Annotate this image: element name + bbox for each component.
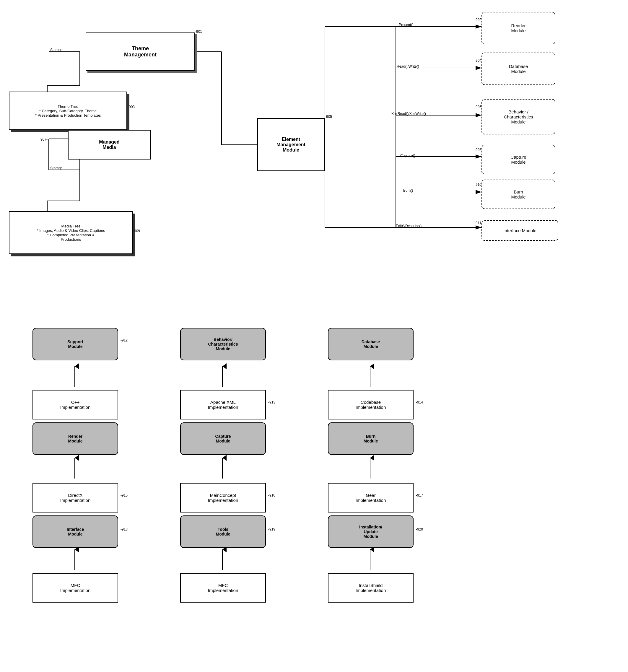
tools-shaded-label: Tools Module <box>216 527 231 536</box>
database-shaded-label: Database Module <box>362 339 380 349</box>
xmlreadwrite-label: XmlRead()/XmlWrite() <box>391 112 426 116</box>
ref-920: -920 <box>416 527 423 531</box>
capture-shaded: Capture Module <box>180 423 266 455</box>
storage-label-2: Storage <box>50 166 63 170</box>
capture-label: Capture() <box>400 153 415 158</box>
directx-impl-label: DirectX Implementation <box>60 493 91 503</box>
ref-905: -905 <box>325 115 332 119</box>
gear-impl-box: Gear Implementation <box>328 483 414 512</box>
interface-shaded: Interface Module <box>32 515 118 548</box>
mfc-impl-1-box: MFC Implementation <box>32 573 118 603</box>
codebase-impl-label: Codebase Implementation <box>356 400 386 410</box>
media-tree-box: Media Tree * Images, Audio & Video Clips… <box>9 211 133 254</box>
storage-text-1: Storage <box>50 48 63 52</box>
ref-915: -915 <box>121 493 128 498</box>
support-module-shaded: Support Module <box>32 328 118 360</box>
interface-module-box: Interface Module <box>482 220 558 241</box>
gear-impl-label: Gear Implementation <box>356 493 386 503</box>
ref-912: -912 <box>121 338 128 342</box>
database-module-label: DatabaseModule <box>509 64 528 74</box>
render-module-label: RenderModule <box>511 23 526 33</box>
theme-tree-box: Theme Tree * Category, Sub-Category, The… <box>9 92 127 130</box>
burn-label: Burn() <box>403 189 413 193</box>
behavior-shaded-label: Behavior/ Characteristics Module <box>208 337 238 351</box>
behavior-module-box: Behavior /CharacteristicsModule <box>482 99 555 135</box>
mfc-impl-2-label: MFC Implementation <box>208 583 238 593</box>
diagram-container: Theme Management -901 Storage Theme Tree… <box>0 0 628 672</box>
present-label: Present() <box>399 23 413 27</box>
cpp-impl-label: C++ Implementation <box>60 400 91 410</box>
media-tree-label: Media Tree * Images, Audio & Video Clips… <box>37 224 105 242</box>
ref-907: 907- <box>41 137 48 142</box>
interface-shaded-label: Interface Module <box>67 527 84 536</box>
mfc-impl-2-box: MFC Implementation <box>180 573 266 603</box>
ref-917: -917 <box>416 493 423 498</box>
apache-impl-box: Apache XML Implementation <box>180 390 266 419</box>
ref-914: -914 <box>416 400 423 404</box>
xmlreadwrite-text: XmlRead()/XmlWrite() <box>391 112 426 116</box>
ref-919: -919 <box>268 527 275 531</box>
theme-management-label: Theme Management <box>124 46 156 58</box>
render-shaded: Render Module <box>32 423 118 455</box>
mfc-impl-1-label: MFC Implementation <box>60 583 91 593</box>
ref-901: -901 <box>195 29 202 34</box>
ref-903: -903 <box>128 105 135 109</box>
behavior-shaded: Behavior/ Characteristics Module <box>180 328 266 360</box>
installshield-impl-box: InstallShield Implementation <box>328 573 414 603</box>
installation-shaded-label: Installation/ Update Module <box>359 525 382 539</box>
element-management-box: Element Management Module <box>257 118 325 171</box>
editdescribe-text: Edit()/Describe() <box>396 224 421 228</box>
render-shaded-label: Render Module <box>68 434 83 443</box>
ref-918: -918 <box>121 527 128 531</box>
editdescribe-label: Edit()/Describe() <box>396 224 421 228</box>
apache-impl-label: Apache XML Implementation <box>208 400 238 410</box>
ref-913: -913 <box>268 400 275 404</box>
mainconcept-impl-label: MainConcept Implementation <box>208 493 238 503</box>
database-shaded: Database Module <box>328 328 414 360</box>
theme-tree-label: Theme Tree * Category, Sub-Category, The… <box>35 104 101 118</box>
managed-media-label: Managed Media <box>99 139 119 150</box>
burn-module-box: BurnModule <box>482 179 555 209</box>
capture-shaded-label: Capture Module <box>215 434 231 443</box>
ref-916: -916 <box>268 493 275 498</box>
support-module-shaded-label: Support Module <box>67 339 83 349</box>
mainconcept-impl-box: MainConcept Implementation <box>180 483 266 512</box>
burn-text: Burn() <box>403 189 413 193</box>
interface-module-label: Interface Module <box>503 228 536 233</box>
readwrite-label: Read()/Write() <box>397 64 419 69</box>
element-management-label: Element Management Module <box>276 137 306 153</box>
managed-media-box: Managed Media <box>68 130 151 160</box>
installation-shaded: Installation/ Update Module <box>328 515 414 548</box>
readwrite-text: Read()/Write() <box>397 64 419 69</box>
render-module-box: RenderModule <box>482 12 555 44</box>
installshield-impl-label: InstallShield Implementation <box>356 583 386 593</box>
storage-text-2: Storage <box>50 166 63 170</box>
storage-label-1: Storage <box>50 48 63 52</box>
burn-shaded-label: Burn Module <box>364 434 378 443</box>
capture-text: Capture() <box>400 153 415 158</box>
burn-shaded: Burn Module <box>328 423 414 455</box>
codebase-impl-box: Codebase Implementation <box>328 390 414 419</box>
ref-909: -909 <box>133 229 140 233</box>
present-text: Present() <box>399 23 413 27</box>
directx-impl-box: DirectX Implementation <box>32 483 118 512</box>
capture-module-box: CaptureModule <box>482 145 555 174</box>
capture-module-label: CaptureModule <box>510 154 526 165</box>
theme-management-box: Theme Management <box>86 32 195 71</box>
tools-shaded: Tools Module <box>180 515 266 548</box>
cpp-impl-box: C++ Implementation <box>32 390 118 419</box>
database-module-box: DatabaseModule <box>482 53 555 85</box>
behavior-module-label: Behavior /CharacteristicsModule <box>504 109 533 124</box>
burn-module-label: BurnModule <box>511 189 526 199</box>
